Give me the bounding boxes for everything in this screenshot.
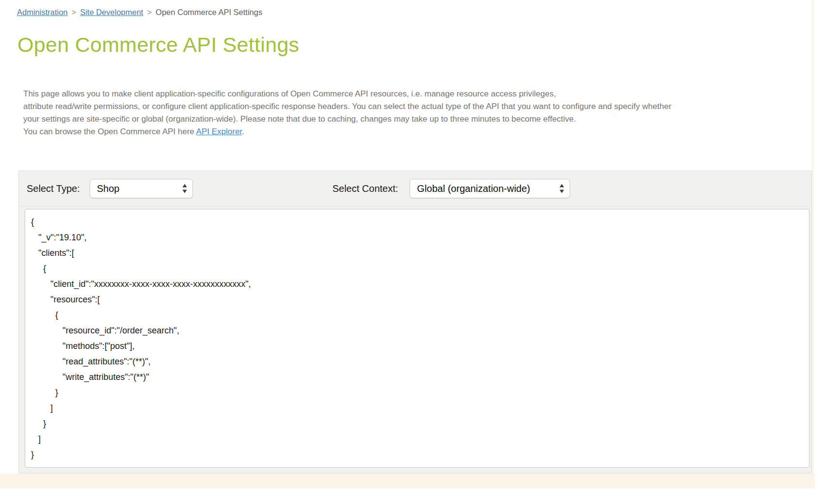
- description-line-4-text: You can browse the Open Commerce API her…: [23, 127, 196, 136]
- breadcrumb-separator: >: [72, 8, 77, 17]
- api-explorer-link[interactable]: API Explorer: [196, 127, 242, 136]
- select-type-value: Shop: [97, 183, 120, 194]
- bottom-edge-bar: [0, 473, 815, 488]
- updown-arrows-icon: [182, 183, 188, 194]
- breadcrumb-separator: >: [147, 8, 152, 17]
- updown-arrows-icon: [559, 183, 565, 194]
- select-context-value: Global (organization-wide): [417, 183, 530, 194]
- select-type-label: Select Type:: [27, 183, 80, 194]
- select-type-dropdown[interactable]: Shop: [90, 179, 193, 198]
- select-context-label: Select Context:: [333, 183, 398, 194]
- description-line-2: attribute read/write permissions, or con…: [23, 100, 671, 113]
- breadcrumb-current-page: Open Commerce API Settings: [156, 8, 262, 17]
- page-description: This page allows you to make client appl…: [23, 88, 671, 138]
- page-title: Open Commerce API Settings: [17, 33, 299, 57]
- breadcrumb-link-administration[interactable]: Administration: [17, 8, 68, 17]
- breadcrumb: Administration > Site Development > Open…: [17, 8, 262, 17]
- breadcrumb-link-site-development[interactable]: Site Development: [80, 8, 143, 17]
- right-edge-strip: [812, 0, 814, 488]
- description-line-1: This page allows you to make client appl…: [23, 88, 671, 100]
- filter-bar: Select Type: Shop Select Context: Global…: [19, 171, 811, 206]
- ocapi-settings-panel: Select Type: Shop Select Context: Global…: [18, 171, 812, 473]
- description-line-4-period: .: [242, 127, 244, 136]
- select-context-dropdown[interactable]: Global (organization-wide): [410, 179, 570, 198]
- description-line-4: You can browse the Open Commerce API her…: [23, 126, 671, 138]
- ocapi-settings-textarea[interactable]: { "_v":"19.10", "clients":[ { "client_id…: [25, 209, 809, 468]
- ocapi-settings-json: { "_v":"19.10", "clients":[ { "client_id…: [25, 209, 809, 462]
- description-line-3: your settings are site-specific or globa…: [23, 113, 671, 126]
